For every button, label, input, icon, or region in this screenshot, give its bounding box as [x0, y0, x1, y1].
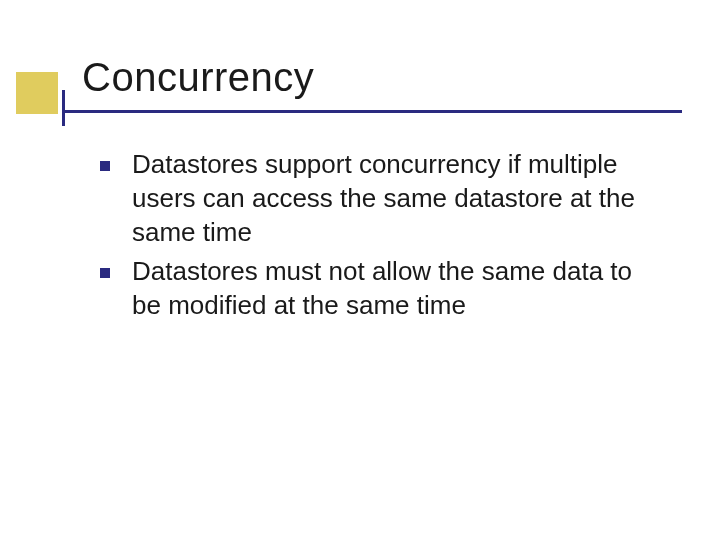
title-tick [62, 90, 65, 126]
title-rule [62, 110, 682, 113]
slide: Concurrency Datastores support concurren… [0, 0, 720, 540]
square-bullet-icon [100, 161, 110, 171]
bullet-text: Datastores support concurrency if multip… [132, 148, 660, 249]
list-item: Datastores must not allow the same data … [100, 255, 660, 323]
square-bullet-icon [100, 268, 110, 278]
list-item: Datastores support concurrency if multip… [100, 148, 660, 249]
slide-body: Datastores support concurrency if multip… [100, 148, 660, 329]
bullet-text: Datastores must not allow the same data … [132, 255, 660, 323]
accent-square [16, 72, 58, 114]
slide-title: Concurrency [82, 55, 314, 100]
